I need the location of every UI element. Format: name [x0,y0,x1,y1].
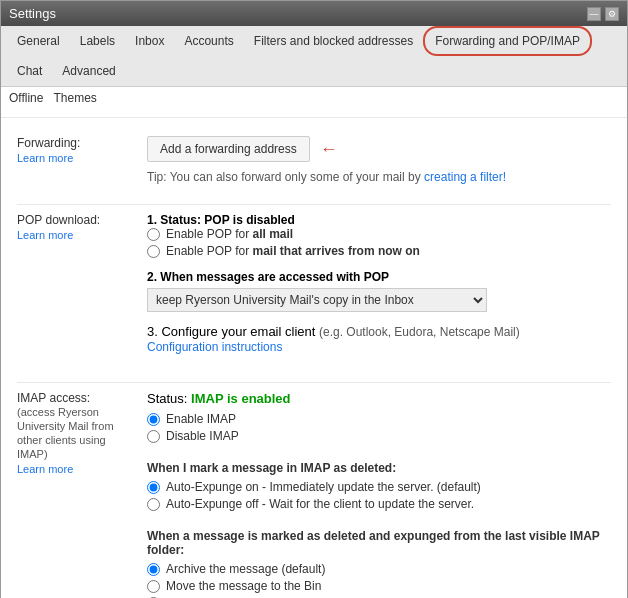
forwarding-label: Forwarding: Learn more [17,136,137,188]
imap-content: Status: IMAP is enabled Enable IMAP Disa… [147,391,611,598]
tab-general[interactable]: General [7,26,70,56]
imap-bin-label: Move the message to the Bin [166,579,321,593]
pop-label: POP download: Learn more [17,213,137,366]
imap-expunge-off-label: Auto-Expunge off - Wait for the client t… [166,497,474,511]
imap-label: IMAP access: (access Ryerson University … [17,391,137,598]
imap-expunge-off-row: Auto-Expunge off - Wait for the client t… [147,497,611,511]
pop-step2: 2. When messages are accessed with POP k… [147,270,611,312]
pop-step2-title: 2. When messages are accessed with POP [147,270,611,284]
imap-bin-radio[interactable] [147,580,160,593]
pop-radio-from-now[interactable] [147,245,160,258]
pop-radio1-row: Enable POP for all mail [147,227,611,241]
imap-disable-row: Disable IMAP [147,429,611,443]
tab-chat[interactable]: Chat [7,56,52,86]
imap-archive-label: Archive the message (default) [166,562,325,576]
pop-radio2-row: Enable POP for mail that arrives from no… [147,244,611,258]
pop-step3-title: 3. Configure your email client [147,324,315,339]
tab-forwarding[interactable]: Forwarding and POP/IMAP [423,26,592,56]
arrow-indicator: ← [320,139,338,160]
imap-status-value: IMAP is enabled [191,391,290,406]
imap-status-label: Status: [147,391,191,406]
imap-enable-radio[interactable] [147,413,160,426]
pop-content: 1. Status: POP is disabled Enable POP fo… [147,213,611,366]
settings-content: Forwarding: Learn more Add a forwarding … [1,126,627,598]
forwarding-row: Add a forwarding address ← [147,136,611,162]
imap-disable-label: Disable IMAP [166,429,239,443]
tab-inbox[interactable]: Inbox [125,26,174,56]
pop-step1: 1. Status: POP is disabled Enable POP fo… [147,213,611,258]
tab-labels[interactable]: Labels [70,26,125,56]
imap-enable-row: Enable IMAP [147,412,611,426]
pop-step3: 3. Configure your email client (e.g. Out… [147,324,611,354]
gear-button[interactable]: ⚙ [605,7,619,21]
pop-action-select[interactable]: keep Ryerson University Mail's copy in t… [147,288,487,312]
pop-config-link[interactable]: Configuration instructions [147,340,282,354]
forwarding-learn-more[interactable]: Learn more [17,152,137,164]
pop-radio-all[interactable] [147,228,160,241]
imap-learn-more[interactable]: Learn more [17,463,137,475]
imap-expunge-off-radio[interactable] [147,498,160,511]
imap-label-sub: (access Ryerson University Mail from oth… [17,406,114,460]
pop-step3-sub: (e.g. Outlook, Eudora, Netscape Mail) [319,325,520,339]
pop-step1-title: 1. Status: POP is disabled [147,213,611,227]
pop-learn-more[interactable]: Learn more [17,229,137,241]
pop-radio1-label: Enable POP for all mail [166,227,293,241]
pop-section: POP download: Learn more 1. Status: POP … [17,213,611,366]
add-forwarding-address-button[interactable]: Add a forwarding address [147,136,310,162]
sub-tabs: Offline Themes [1,87,627,109]
settings-window: Settings — ⚙ General Labels Inbox Accoun… [0,0,628,598]
nav-tabs: General Labels Inbox Accounts Filters an… [1,26,627,87]
tab-accounts[interactable]: Accounts [174,26,243,56]
title-bar: Settings — ⚙ [1,1,627,26]
creating-filter-link[interactable]: creating a filter! [424,170,506,184]
imap-archive-radio[interactable] [147,563,160,576]
subtab-themes[interactable]: Themes [53,91,96,105]
imap-expunge-on-row: Auto-Expunge on - Immediately update the… [147,480,611,494]
window-title: Settings [9,6,56,21]
imap-expunge-on-radio[interactable] [147,481,160,494]
imap-disable-radio[interactable] [147,430,160,443]
imap-bin-row: Move the message to the Bin [147,579,611,593]
imap-archive-row: Archive the message (default) [147,562,611,576]
forwarding-tip: Tip: You can also forward only some of y… [147,170,611,184]
subtab-offline[interactable]: Offline [9,91,43,105]
imap-expunge-on-label: Auto-Expunge on - Immediately update the… [166,480,481,494]
pop-radio2-label: Enable POP for mail that arrives from no… [166,244,420,258]
tab-advanced[interactable]: Advanced [52,56,125,86]
minimize-button[interactable]: — [587,7,601,21]
imap-status-row: Status: IMAP is enabled [147,391,611,406]
imap-expunge-title: When a message is marked as deleted and … [147,529,611,557]
imap-deleted-title: When I mark a message in IMAP as deleted… [147,461,611,475]
imap-section: IMAP access: (access Ryerson University … [17,391,611,598]
tab-filters[interactable]: Filters and blocked addresses [244,26,423,56]
title-bar-controls: — ⚙ [587,7,619,21]
imap-enable-label: Enable IMAP [166,412,236,426]
forwarding-section: Forwarding: Learn more Add a forwarding … [17,136,611,188]
forwarding-content: Add a forwarding address ← Tip: You can … [147,136,611,188]
